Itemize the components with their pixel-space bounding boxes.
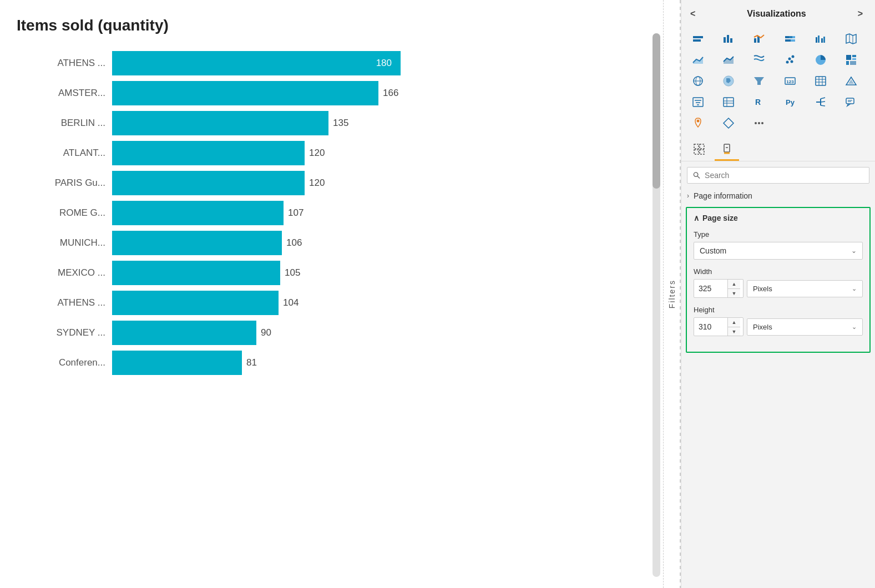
height-input[interactable] (694, 319, 727, 334)
tab-format[interactable] (715, 139, 739, 161)
height-unit-select[interactable]: Pixels ⌄ (747, 318, 863, 336)
icon-smart-narrative[interactable] (840, 92, 862, 112)
bar (112, 111, 328, 135)
icon-area-chart-2[interactable] (717, 50, 740, 70)
icon-stacked-bar[interactable] (687, 29, 709, 49)
icon-area-chart[interactable] (687, 50, 709, 70)
bar-value: 107 (288, 207, 304, 219)
viz-panel-title: Visualizations (747, 9, 806, 19)
bar-label: ATHENS ... (17, 297, 105, 308)
width-input-group: ▲ ▼ (694, 279, 744, 298)
bar-value: 135 (333, 118, 348, 129)
icon-line-bar-chart[interactable] (748, 29, 770, 49)
svg-point-21 (788, 58, 791, 60)
svg-rect-12 (816, 37, 817, 43)
height-decrement-btn[interactable]: ▼ (728, 327, 740, 336)
svg-marker-32 (754, 77, 764, 85)
width-unit-label: Pixels (753, 285, 772, 293)
bar-container: 90 (112, 321, 624, 345)
bar-value: 166 (383, 88, 398, 99)
scrollbar-thumb[interactable] (653, 33, 660, 189)
height-input-group: ▲ ▼ (694, 317, 744, 336)
chart-title: Items sold (quantity) (17, 17, 641, 34)
bar-container: 135 (112, 111, 624, 135)
icon-100pct-bar[interactable] (779, 29, 801, 49)
icon-globe[interactable] (687, 71, 709, 91)
width-unit-select[interactable]: Pixels ⌄ (747, 280, 863, 297)
svg-rect-2 (724, 37, 726, 43)
icon-matrix[interactable] (717, 92, 740, 112)
icon-number-card[interactable]: 123 (779, 71, 801, 91)
icon-r-script[interactable]: R (748, 92, 770, 112)
bar-label: ROME G... (17, 207, 105, 219)
width-label: Width (694, 267, 863, 276)
svg-rect-57 (846, 98, 854, 104)
page-size-header[interactable]: ∧ Page size (694, 214, 863, 222)
bar (112, 261, 280, 285)
bar-container: 81 (112, 351, 624, 375)
bar (112, 351, 242, 375)
bar-row: ATHENS ...180 (17, 51, 624, 75)
bar-row: SYDNEY ...90 (17, 321, 624, 345)
svg-point-20 (786, 61, 788, 64)
icon-filter-viz[interactable] (687, 92, 709, 112)
nav-left-arrow[interactable]: < (687, 8, 699, 20)
icon-filled-map[interactable] (717, 71, 740, 91)
bar-row: ATLANT...120 (17, 141, 624, 165)
type-dropdown[interactable]: Custom ⌄ (694, 242, 863, 260)
scrollbar-track[interactable] (653, 33, 660, 577)
svg-rect-66 (700, 144, 704, 149)
svg-text:123: 123 (786, 79, 794, 84)
page-size-section: ∧ Page size Type Custom ⌄ Width ▲ ▼ (686, 207, 871, 353)
icon-more-visuals[interactable] (748, 113, 770, 133)
bar-value: 105 (285, 267, 300, 278)
icon-triangle-indicator[interactable] (840, 71, 862, 91)
icon-python[interactable]: Py (779, 92, 801, 112)
icon-decomp-tree[interactable] (810, 92, 832, 112)
bar-container: 120 (112, 171, 624, 195)
width-field-group: Width ▲ ▼ Pixels ⌄ (694, 267, 863, 298)
icon-pin-map[interactable] (687, 113, 709, 133)
tab-fields[interactable] (687, 139, 711, 161)
width-unit-chevron-icon: ⌄ (852, 285, 857, 292)
search-input[interactable] (705, 171, 863, 180)
icon-map-chart[interactable] (840, 29, 862, 49)
width-decrement-btn[interactable]: ▼ (728, 288, 740, 297)
bar-label: MEXICO ... (17, 267, 105, 278)
bar-container: 180 (112, 51, 624, 75)
height-increment-btn[interactable]: ▲ (728, 318, 740, 327)
icon-scatter-chart[interactable] (779, 50, 801, 70)
bar-label: ATLANT... (17, 148, 105, 159)
icon-diamond-shape[interactable] (717, 113, 740, 133)
bar-row: AMSTER...166 (17, 81, 624, 105)
bar-container: 105 (112, 261, 624, 285)
type-chevron-down-icon: ⌄ (851, 247, 857, 255)
bar: 180 (112, 51, 401, 75)
width-spinner: ▲ ▼ (727, 280, 740, 297)
type-field-group: Type Custom ⌄ (694, 230, 863, 260)
icon-ribbon-chart[interactable] (748, 50, 770, 70)
icon-bar-chart[interactable] (717, 29, 740, 49)
icon-table[interactable] (810, 71, 832, 91)
type-label: Type (694, 230, 863, 239)
icon-funnel[interactable] (748, 71, 770, 91)
width-input[interactable] (694, 281, 727, 296)
svg-rect-5 (754, 38, 756, 43)
bar-row: BERLIN ...135 (17, 111, 624, 135)
height-spinner: ▲ ▼ (727, 318, 740, 336)
bar-label: SYDNEY ... (17, 327, 105, 338)
icon-pie-chart[interactable] (810, 50, 832, 70)
search-container (681, 161, 875, 187)
search-box[interactable] (687, 167, 869, 184)
svg-rect-24 (846, 55, 851, 60)
icon-clustered-bar[interactable] (810, 29, 832, 49)
bar (112, 201, 284, 225)
page-information-header[interactable]: › Page information (681, 187, 875, 205)
nav-right-arrow[interactable]: > (854, 8, 866, 20)
icon-treemap[interactable] (840, 50, 862, 70)
width-increment-btn[interactable]: ▲ (728, 280, 740, 288)
bar-label: BERLIN ... (17, 118, 105, 129)
bar (112, 141, 305, 165)
svg-line-73 (697, 176, 700, 178)
height-label: Height (694, 306, 863, 314)
